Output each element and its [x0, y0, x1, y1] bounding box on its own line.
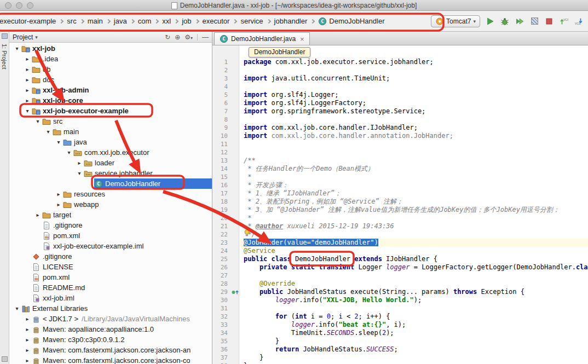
tree-item[interactable]: xxl-job.iml [9, 293, 212, 303]
breadcrumb-item[interactable]: executor [201, 16, 231, 26]
vcs-commit-button[interactable]: VCS [559, 16, 569, 26]
locate-icon[interactable]: ⊕ [175, 33, 180, 41]
chevron-collapsed-icon[interactable]: ▸ [75, 160, 84, 166]
tree-item[interactable]: ▸xxl-job-core [9, 95, 212, 106]
run-button[interactable] [485, 16, 495, 26]
chevron-collapsed-icon[interactable]: ▸ [23, 97, 32, 103]
tree-item-label: Maven: c3p0:c3p0:0.9.1.2 [43, 336, 125, 344]
stop-button[interactable] [544, 16, 554, 26]
tree-item-label: DemoJobHandler [105, 180, 160, 188]
chevron-expanded-icon[interactable]: ▾ [65, 149, 73, 155]
chevron-expanded-icon[interactable]: ▾ [13, 45, 21, 51]
pattern-button[interactable] [529, 16, 539, 26]
tree-item[interactable]: ▾java [9, 137, 212, 147]
tree-item[interactable]: ▾src [9, 116, 212, 126]
tree-item[interactable]: .gitignore [9, 251, 212, 262]
navigation-bar: executor-examplesrcmainjavacomxxljobexec… [0, 11, 588, 32]
tree-item[interactable]: ▾xxl-job-executor-example [9, 106, 212, 116]
breadcrumb-item[interactable]: service [239, 16, 264, 26]
chevron-collapsed-icon[interactable]: ▸ [23, 87, 32, 93]
chevron-expanded-icon[interactable]: ▾ [33, 118, 42, 124]
line-number: 36 [212, 345, 231, 354]
tree-item[interactable]: ▾service.jobhandler [9, 168, 212, 178]
chevron-collapsed-icon[interactable]: ▸ [33, 212, 42, 218]
vcs-update-button[interactable]: VCS [574, 16, 584, 26]
chevron-collapsed-icon[interactable]: ▸ [23, 347, 32, 353]
tree-item[interactable]: ▸< JDK1.7 >/Library/Java/JavaVirtualMach… [9, 314, 212, 324]
intention-bulb-icon[interactable] [244, 229, 250, 237]
chevron-collapsed-icon[interactable]: ▸ [23, 337, 32, 343]
chevron-expanded-icon[interactable]: ▾ [13, 305, 21, 311]
tree-item[interactable]: ▾xxl-job [9, 43, 212, 54]
tree-item[interactable]: ▸xxl-job-admin [9, 85, 212, 95]
chevron-collapsed-icon[interactable]: ▸ [23, 77, 32, 83]
tree-item[interactable]: ▸.idea [9, 54, 212, 64]
coverage-button[interactable] [515, 16, 524, 26]
chevron-collapsed-icon[interactable]: ▸ [54, 201, 63, 207]
breadcrumb-item[interactable]: CDemoJobHandler [317, 16, 385, 27]
hide-panel-icon[interactable]: — [202, 33, 209, 41]
close-window-button[interactable] [5, 2, 11, 9]
tree-item[interactable]: ▸resources [9, 189, 212, 199]
chevron-collapsed-icon[interactable]: ▸ [23, 316, 32, 322]
tree-item[interactable]: ▸db [9, 64, 212, 74]
tree-item[interactable]: ▸Maven: aopalliance:aopalliance:1.0 [9, 324, 212, 334]
tree-item[interactable]: .gitignore [9, 220, 212, 230]
chevron-expanded-icon[interactable]: ▾ [23, 108, 32, 114]
tree-item-label: java [74, 138, 87, 146]
tree-item[interactable]: xxl-job-executor-example.iml [9, 241, 212, 251]
tree-item[interactable]: ▸loader [9, 158, 212, 168]
editor-tab[interactable]: C DemoJobHandler.java × [214, 32, 310, 45]
chevron-collapsed-icon[interactable]: ▸ [23, 66, 32, 72]
tree-item[interactable]: ▸Maven: com.fasterxml.jackson.core:jacks… [9, 345, 212, 355]
override-marker-icon[interactable] [231, 288, 239, 296]
chevron-collapsed-icon[interactable]: ▸ [23, 326, 32, 332]
debug-button[interactable] [500, 16, 510, 26]
tree-item[interactable]: ▸webapp [9, 199, 212, 210]
chevron-expanded-icon[interactable]: ▾ [44, 129, 53, 135]
tree-item[interactable]: README.md [9, 282, 212, 293]
chevron-down-icon[interactable]: ▾ [35, 34, 38, 40]
breadcrumb-item[interactable]: job [181, 16, 192, 26]
breadcrumb-item[interactable]: com [137, 16, 153, 26]
tree-item[interactable]: CDemoJobHandler [9, 178, 212, 189]
tree-item[interactable]: mpom.xml [9, 230, 212, 241]
chevron-collapsed-icon[interactable]: ▸ [23, 56, 32, 62]
chevron-expanded-icon[interactable]: ▾ [54, 139, 63, 145]
chevron-expanded-icon[interactable]: ▾ [75, 170, 84, 176]
breadcrumb-item[interactable]: xxl [161, 16, 172, 26]
code-editor[interactable]: 1package com.xxl.job.executor.service.jo… [212, 45, 588, 364]
tree-item[interactable]: LICENSE [9, 262, 212, 272]
tree-item[interactable]: ▸Maven: com.fasterxml.jackson.core:jacks… [9, 355, 212, 364]
tree-item[interactable]: ▸target [9, 210, 212, 220]
tree-item[interactable]: ▸doc [9, 74, 212, 85]
breadcrumb-item[interactable]: jobhandler [273, 16, 309, 26]
breadcrumb-item[interactable]: java [113, 16, 128, 26]
minimize-window-button[interactable] [16, 2, 22, 9]
tree-item[interactable]: mpom.xml [9, 272, 212, 282]
tree-item[interactable]: ▸Maven: c3p0:c3p0:0.9.1.2 [9, 334, 212, 345]
tool-window-stripe: 1: Project [0, 32, 9, 364]
tree-item-label: webapp [74, 200, 99, 209]
project-stripe-label[interactable]: 1: Project [1, 44, 8, 69]
tree-item[interactable]: ▾main [9, 126, 212, 137]
close-tab-icon[interactable]: × [300, 36, 304, 43]
run-configuration-select[interactable]: Tomcat7 ▾ [431, 15, 480, 27]
line-number: 13 [212, 157, 231, 165]
stripe-bottom-icon[interactable] [2, 356, 8, 362]
gear-icon[interactable]: ⚙▾ [185, 33, 193, 41]
chevron-collapsed-icon[interactable]: ▸ [54, 191, 63, 197]
project-panel-title[interactable]: Project [13, 33, 33, 41]
project-tool-window-icon[interactable] [2, 33, 8, 39]
line-number: 27 [212, 271, 231, 280]
chevron-collapsed-icon[interactable]: ▸ [23, 357, 32, 363]
zoom-window-button[interactable] [27, 2, 33, 9]
tree-item[interactable]: ▾External Libraries [9, 303, 212, 314]
tree-item[interactable]: ▾com.xxl.job.executor [9, 147, 212, 158]
svg-text:VCS: VCS [563, 18, 568, 21]
breadcrumb-item[interactable]: main [87, 16, 104, 26]
refresh-icon[interactable]: ↻ [165, 33, 170, 41]
breadcrumb-item[interactable]: src [66, 16, 77, 26]
breadcrumb-item[interactable]: executor-example [0, 16, 57, 26]
project-panel-header: Project ▾ ↻ ⊕ ⚙▾ — [9, 32, 212, 43]
